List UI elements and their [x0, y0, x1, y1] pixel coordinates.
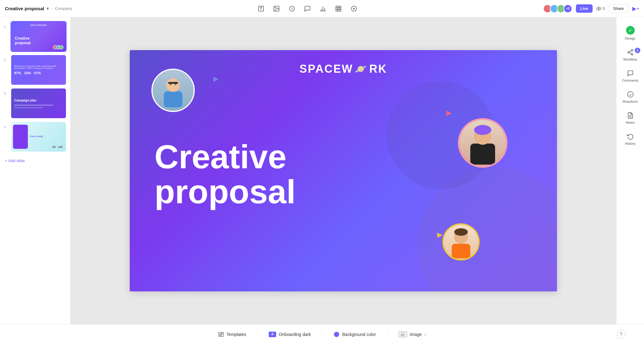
notes-label: Notes [626, 121, 635, 124]
svg-rect-7 [336, 6, 341, 11]
cursor-2: ▶ [446, 109, 452, 117]
play-button[interactable]: ▶ [632, 5, 637, 12]
canvas-area: SPACEW 🪐 RK Creative proposal [71, 17, 616, 324]
slide-thumb-4[interactable]: Case study 2K 14K [11, 121, 67, 152]
topbar-right: +2 Live 3 Share ▶ ▾ [543, 4, 639, 13]
logo-suffix: RK [369, 62, 387, 75]
svg-line-32 [629, 53, 631, 54]
svg-rect-18 [168, 82, 178, 84]
svg-rect-40 [221, 332, 224, 333]
slide-thumb-2[interactable]: Backup your argument with supporting dat… [11, 54, 67, 85]
slide-logo: SPACEW 🪐 RK [299, 62, 387, 75]
bottom-bar: Templates A Onboarding dark Background c… [0, 324, 644, 344]
history-label: History [625, 142, 635, 145]
svg-rect-42 [219, 335, 220, 337]
slide-item-1[interactable]: 1 SPACEWORK Creativeproposal [4, 21, 67, 52]
right-item-comments[interactable]: Comments [618, 66, 643, 86]
svg-point-24 [474, 125, 491, 135]
canvas-wrapper: SPACEW 🪐 RK Creative proposal [130, 50, 557, 291]
slide-item-4[interactable]: 4 Case study 2K 14K [4, 121, 67, 152]
svg-marker-13 [354, 7, 355, 10]
image-placeholder-icon [401, 333, 405, 336]
text-tool-icon[interactable] [256, 4, 266, 14]
theme-icon: A [269, 332, 276, 337]
slide-number-1: 1 [4, 25, 8, 29]
person-avatar-1 [158, 73, 189, 107]
svg-point-34 [627, 92, 633, 97]
separator-3 [387, 330, 387, 339]
svg-point-31 [631, 54, 633, 55]
separator-1 [257, 330, 258, 339]
view-count: 3 [596, 6, 605, 11]
slide-number-4: 4 [4, 125, 8, 129]
comments-icon [627, 70, 634, 77]
pen-tool-icon[interactable] [302, 4, 312, 14]
table-tool-icon[interactable] [333, 4, 343, 14]
workflow-icon [627, 49, 634, 56]
right-item-design[interactable]: ✓ Design [618, 22, 643, 44]
bottom-bg-color[interactable]: Background color [330, 329, 380, 339]
logo-text: SPACEW [299, 62, 353, 75]
svg-point-19 [170, 84, 171, 85]
reactions-label: Reactions [623, 100, 638, 103]
add-slide-button[interactable]: + Add slide [4, 156, 67, 166]
app-subtitle: Company [55, 6, 72, 11]
person-avatar-3 [447, 226, 475, 258]
chart-tool-icon[interactable] [318, 4, 328, 14]
design-check-icon: ✓ [626, 26, 635, 35]
image-label: Image [410, 332, 422, 337]
slide-thumb-1[interactable]: SPACEWORK Creativeproposal [11, 21, 67, 52]
right-item-history[interactable]: History [618, 129, 643, 149]
person-avatar-2 [464, 121, 501, 165]
svg-line-33 [629, 51, 631, 52]
avatar-count: +2 [564, 4, 572, 13]
slide-item-3[interactable]: 3 Campaign plan [4, 88, 67, 119]
templates-label: Templates [226, 332, 246, 337]
topbar-left: Creative proposal ▾ | Company [5, 6, 72, 11]
templates-icon [218, 332, 224, 337]
slide-item-2[interactable]: 2 Backup your argument with supporting d… [4, 54, 67, 85]
bottom-templates[interactable]: Templates [215, 330, 250, 339]
help-button[interactable]: ? [617, 330, 625, 338]
svg-rect-41 [221, 334, 224, 337]
notes-icon [627, 112, 634, 119]
right-panel: ✓ Design Workflow 2 Comments Reactions [616, 17, 644, 324]
play-dropdown[interactable]: ▾ [637, 6, 639, 11]
collaborator-avatars: +2 [543, 4, 572, 13]
avatar-circle-woman [458, 118, 507, 168]
avatar-circle-woman2 [442, 223, 480, 260]
history-icon [627, 133, 634, 140]
main-layout: 1 SPACEWORK Creativeproposal 2 [0, 17, 644, 324]
bottom-theme[interactable]: A Onboarding dark [265, 330, 315, 339]
shape-tool-icon[interactable] [287, 4, 297, 14]
eye-icon [596, 6, 601, 11]
slide-thumb-3[interactable]: Campaign plan [11, 88, 67, 119]
workflow-badge: 2 [635, 48, 640, 53]
theme-label: Onboarding dark [279, 332, 311, 337]
cursor-1: ▶ [213, 75, 219, 83]
slides-panel: 1 SPACEWORK Creativeproposal 2 [0, 17, 71, 324]
svg-point-30 [628, 51, 629, 53]
reactions-icon [627, 91, 634, 98]
bottom-image[interactable]: Image › [395, 330, 429, 339]
dropdown-icon[interactable]: ▾ [47, 6, 49, 11]
right-item-reactions[interactable]: Reactions [618, 87, 643, 107]
right-item-notes[interactable]: Notes [618, 108, 643, 128]
view-count-number: 3 [603, 6, 605, 11]
logo-planet: 🪐 [355, 63, 368, 75]
slide-title-line2: proposal [154, 174, 296, 209]
image-tool-icon[interactable] [272, 4, 281, 14]
cursor-3: ▶ [437, 231, 442, 239]
share-button[interactable]: Share [608, 4, 629, 13]
right-item-workflow[interactable]: Workflow 2 [618, 45, 643, 65]
media-tool-icon[interactable] [349, 4, 359, 14]
svg-rect-39 [219, 332, 220, 334]
svg-point-17 [166, 78, 180, 92]
main-slide: SPACEW 🪐 RK Creative proposal [130, 50, 557, 291]
toolbar [256, 4, 359, 14]
topbar: Creative proposal ▾ | Company [0, 0, 644, 17]
image-chevron: › [424, 332, 426, 337]
svg-rect-26 [452, 244, 470, 258]
live-button[interactable]: Live [576, 4, 593, 13]
comments-label: Comments [622, 79, 638, 82]
